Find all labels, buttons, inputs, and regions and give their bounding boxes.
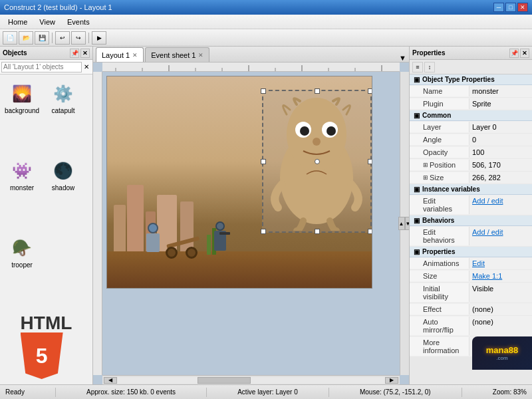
section-instance-vars[interactable]: ▣ Instance variables (410, 184, 532, 195)
objects-search-clear[interactable]: ✕ (82, 62, 91, 72)
section-behaviors-collapse: ▣ (414, 217, 420, 224)
catapult-label: catapult (51, 107, 74, 114)
prop-plugin-value: Sprite (469, 98, 532, 109)
scroll-left[interactable]: ◀ (104, 377, 117, 384)
tabs-bar: Layout 1 ✕ Event sheet 1 ✕ ▼ (93, 47, 409, 63)
obj-item-catapult[interactable]: ⚙️ catapult (44, 77, 82, 152)
handle-tm[interactable] (315, 88, 320, 94)
prop-auto-mirror-row: Auto mirror/flip (none) (410, 316, 532, 336)
minimize-button[interactable]: ─ (493, 3, 504, 12)
handle-tl[interactable] (261, 88, 266, 94)
knight-head (148, 223, 158, 233)
tab-eventsheet1-close[interactable]: ✕ (198, 52, 203, 59)
tab-layout1[interactable]: Layout 1 ✕ (96, 47, 144, 62)
scroll-up[interactable]: ▲ (398, 217, 405, 230)
prop-opacity-row: Opacity 100 (410, 146, 532, 159)
section-object-type[interactable]: ▣ Object Type Properties (410, 74, 532, 85)
open-button[interactable]: 📂 (19, 31, 33, 45)
prop-effect-row: Effect (none) (410, 303, 532, 316)
objects-pin-button[interactable]: 📌 (70, 49, 79, 58)
handle-bl[interactable] (261, 229, 266, 234)
tab-dropdown[interactable]: ▼ (399, 54, 406, 62)
trooper-gun (219, 232, 230, 235)
handle-bm[interactable] (315, 229, 320, 234)
prop-edit-vars-link[interactable]: Add / edit (469, 196, 532, 214)
tab-layout1-close[interactable]: ✕ (132, 52, 138, 59)
scroll-thumb-v[interactable] (405, 223, 406, 225)
center-handle[interactable] (315, 159, 320, 164)
position-expand-icon[interactable]: ⊞ (423, 162, 428, 168)
layout-canvas[interactable] (106, 76, 372, 289)
objects-search-input[interactable] (1, 62, 82, 72)
section-behaviors[interactable]: ▣ Behaviors (410, 215, 532, 226)
obj-item-background[interactable]: 🌄 background (3, 77, 41, 152)
section-behaviors-label: Behaviors (422, 217, 454, 224)
scroll-right[interactable]: ▶ (385, 377, 398, 384)
props-toolbar-btn2[interactable]: ↕ (424, 62, 435, 72)
close-button[interactable]: ✕ (517, 3, 528, 12)
prop-size2-link[interactable]: Make 1:1 (469, 271, 532, 281)
status-mouse: Mouse: (75.2, -151.2, 0) (360, 388, 431, 396)
section-collapse-icon: ▣ (414, 76, 420, 83)
mana88-sub: .com (486, 355, 518, 361)
obj-item-shadow[interactable]: 🌑 shadow (44, 154, 82, 229)
new-button[interactable]: 📄 (3, 31, 17, 45)
prop-name-value: monster (469, 86, 532, 96)
obj-item-monster[interactable]: 👾 monster (3, 154, 41, 229)
props-pin-button[interactable]: 📌 (509, 49, 519, 58)
prop-animations-link[interactable]: Edit (469, 258, 532, 269)
props-panel-header: Properties 📌 ✕ (410, 47, 532, 60)
obj-item-trooper[interactable]: 🪖 trooper (3, 231, 41, 306)
layout-area-wrapper: ◀ ▶ ▲ ▼ (93, 63, 409, 384)
handle-br[interactable] (368, 229, 372, 234)
section-ivars-collapse: ▣ (414, 186, 420, 193)
prop-edit-behaviors-link[interactable]: Add / edit (469, 227, 532, 245)
props-close-icon[interactable]: ✕ (520, 49, 529, 58)
status-ready: Ready (5, 388, 25, 396)
menu-view[interactable]: View (34, 17, 61, 27)
prop-position-label-cell: ⊞ Position (410, 160, 469, 170)
knight-body (146, 233, 160, 252)
props-toolbar: ≡ ↕ (410, 60, 532, 74)
v-scrollbar[interactable]: ▲ ▼ (400, 72, 409, 375)
building2 (127, 185, 144, 251)
knight-character (144, 223, 162, 256)
section-props[interactable]: ▣ Properties (410, 247, 532, 257)
prop-edit-vars-row: Edit variables Add / edit (410, 195, 532, 215)
h-scrollbar[interactable]: ◀ ▶ (102, 375, 400, 384)
main-area: Objects 📌 ✕ ✕ 🌄 background ⚙️ catapult 👾… (0, 47, 532, 384)
scroll-track-h[interactable] (117, 377, 385, 384)
tab-eventsheet1[interactable]: Event sheet 1 ✕ (145, 47, 209, 62)
handle-mr[interactable] (368, 159, 372, 164)
prop-edit-behaviors-label: Edit behaviors (410, 227, 469, 245)
redo-button[interactable]: ↪ (71, 31, 86, 45)
center-panel: Layout 1 ✕ Event sheet 1 ✕ ▼ (93, 47, 409, 384)
monster-selection-box (262, 90, 372, 233)
prop-more-info-label: More information (410, 337, 469, 356)
run-button[interactable]: ▶ (92, 31, 106, 45)
section-common[interactable]: ▣ Common (410, 110, 532, 121)
prop-animations-row: Animations Edit (410, 257, 532, 270)
undo-button[interactable]: ↩ (55, 31, 70, 45)
size-expand-icon[interactable]: ⊞ (423, 174, 428, 181)
section-common-label: Common (422, 112, 451, 119)
status-zoom: Zoom: 83% (493, 388, 527, 396)
menu-events[interactable]: Events (62, 17, 95, 27)
building1 (114, 205, 126, 251)
objects-close-icon[interactable]: ✕ (80, 49, 90, 58)
prop-effect-label: Effect (410, 304, 469, 315)
svg-point-18 (313, 138, 321, 146)
maximize-button[interactable]: □ (505, 3, 516, 12)
layout-viewport[interactable]: ◀ ▶ ▲ ▼ (93, 63, 409, 384)
props-footer: mana88 .com (410, 357, 532, 384)
props-toolbar-btn1[interactable]: ≡ (412, 62, 423, 72)
handle-ml[interactable] (261, 159, 266, 164)
scroll-thumb-h[interactable] (198, 377, 251, 384)
handle-tr[interactable] (368, 88, 372, 94)
prop-edit-behaviors-row: Edit behaviors Add / edit (410, 226, 532, 247)
prop-layer-row: Layer Layer 0 (410, 121, 532, 134)
prop-init-vis-label: Initial visibility (410, 283, 469, 302)
prop-position-value: 506, 170 (469, 160, 532, 170)
save-button[interactable]: 💾 (35, 31, 49, 45)
menu-home[interactable]: Home (3, 17, 33, 27)
